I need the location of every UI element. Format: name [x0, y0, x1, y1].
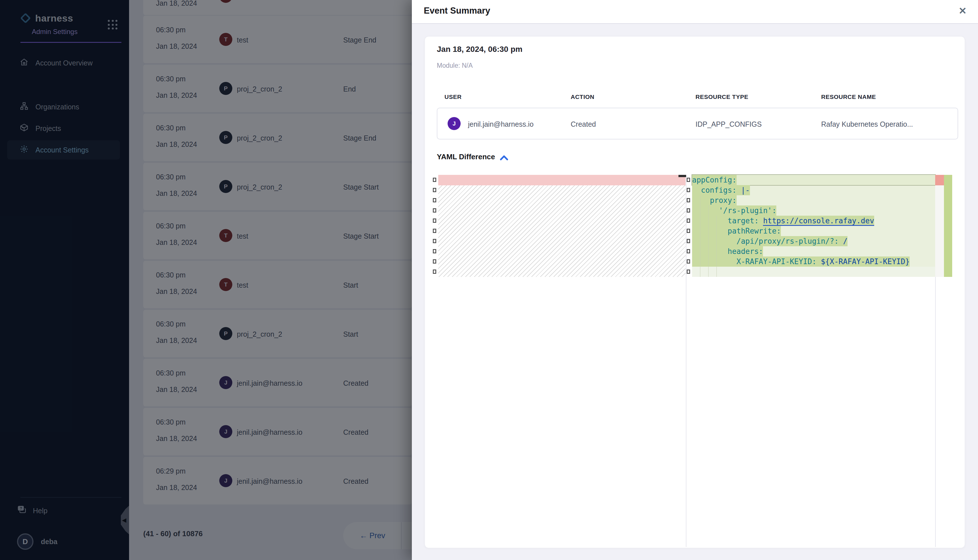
diff-gutter-marker — [433, 270, 436, 274]
yaml-key: configs: — [701, 186, 736, 194]
event-user: jenil.jain@harness.io — [468, 120, 533, 128]
yaml-key: /api/proxy/rs-plugin/?: — [737, 237, 839, 245]
diff-gutter-marker — [687, 218, 690, 223]
indent-guide — [708, 205, 709, 277]
diff-gutter-marker — [433, 239, 436, 243]
yaml-line: '/rs-plugin': — [692, 205, 935, 216]
overview-ruler-insertion-marker — [944, 175, 952, 277]
close-icon[interactable]: ✕ — [959, 5, 967, 17]
yaml-key: proxy: — [710, 196, 737, 205]
diff-gutter-marker — [687, 249, 690, 253]
yaml-key: appConfig: — [692, 176, 737, 184]
diff-gutter-marker — [433, 229, 436, 233]
yaml-key: pathRewrite: — [727, 227, 781, 235]
yaml-line: proxy: — [692, 195, 935, 205]
drawer-title: Event Summary — [424, 6, 490, 16]
yaml-value: ${X-RAFAY-API-KEYID} — [821, 257, 909, 266]
col-resource-name: RESOURCE NAME — [821, 93, 876, 100]
diff-gutter-marker — [687, 208, 690, 213]
diff-empty-hatch — [438, 185, 685, 277]
diff-original-pane — [438, 175, 685, 277]
diff-gutter-marker — [687, 229, 690, 233]
diff-gutter-marker — [687, 178, 690, 182]
event-datetime: Jan 18, 2024, 06:30 pm — [437, 45, 522, 54]
indent-guide — [700, 195, 700, 277]
yaml-line: configs: |- — [692, 185, 935, 195]
overview-ruler-deletion-marker — [935, 175, 944, 185]
yaml-key: headers: — [727, 247, 763, 256]
yaml-key: '/rs-plugin': — [719, 206, 777, 215]
event-resource-type: IDP_APP_CONFIGS — [695, 120, 762, 128]
event-summary-drawer: Event Summary ✕ Jan 18, 2024, 06:30 pm M… — [412, 0, 978, 560]
yaml-line: target: https://console.rafay.dev — [692, 216, 935, 226]
yaml-line: X-RAFAY-API-KEYID: ${X-RAFAY-API-KEYID} — [692, 257, 935, 267]
yaml-key: target: — [727, 217, 759, 225]
yaml-key: X-RAFAY-API-KEYID: — [737, 257, 817, 266]
diff-gutter-marker — [687, 239, 690, 243]
diff-gutter-marker — [687, 259, 690, 263]
diff-deleted-line — [438, 175, 685, 185]
chevron-up-icon[interactable] — [499, 154, 509, 163]
diff-sash-handle[interactable] — [679, 175, 686, 177]
event-module: Module: N/A — [437, 62, 473, 70]
diff-pane-separator[interactable] — [686, 175, 686, 547]
app-root: harness Admin Settings Account OverviewO… — [0, 0, 978, 560]
modal-backdrop[interactable] — [0, 0, 412, 560]
diff-gutter-marker — [687, 188, 690, 192]
diff-gutter-marker — [433, 208, 436, 213]
diff-gutter-marker — [433, 249, 436, 253]
diff-gutter-marker — [433, 259, 436, 263]
drawer-header: Event Summary ✕ — [412, 0, 978, 24]
col-user: USER — [445, 93, 461, 100]
event-resource-name: Rafay Kubernetes Operatio... — [821, 120, 913, 128]
event-user-avatar: J — [448, 117, 461, 130]
diff-gutter-marker — [433, 198, 436, 202]
col-resource-type: RESOURCE TYPE — [695, 93, 748, 100]
yaml-line: pathRewrite: — [692, 226, 935, 236]
yaml-line: /api/proxy/rs-plugin/?: / — [692, 236, 935, 246]
yaml-value: / — [843, 237, 848, 245]
diff-gutter-marker — [687, 270, 690, 274]
event-action: Created — [571, 120, 596, 128]
yaml-difference-label: YAML Difference — [437, 152, 495, 161]
col-action: ACTION — [571, 93, 595, 100]
diff-gutter-marker — [433, 178, 436, 182]
diff-gutter-marker — [687, 198, 690, 202]
yaml-line: headers: — [692, 246, 935, 257]
diff-gutter-marker — [433, 218, 436, 223]
overview-ruler[interactable] — [935, 175, 944, 277]
yaml-line: appConfig: — [692, 175, 935, 185]
yaml-link[interactable]: https://console.rafay.dev — [763, 217, 874, 226]
diff-gutter-marker — [433, 188, 436, 192]
diff-modified-pane: appConfig: configs: |- proxy: '/rs-plugi… — [692, 175, 935, 277]
yaml-value: |- — [741, 186, 750, 194]
diff-trailing-line — [692, 267, 935, 277]
